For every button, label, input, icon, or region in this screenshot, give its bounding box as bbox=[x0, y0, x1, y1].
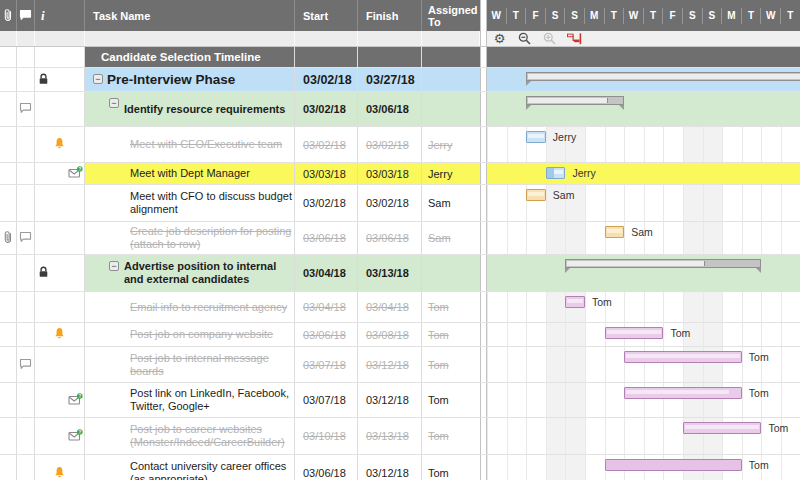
task-row[interactable]: Post job on company website03/06/1803/08… bbox=[0, 323, 800, 347]
finish-date-cell[interactable]: 03/06/18 bbox=[358, 222, 422, 254]
attachment-cell[interactable] bbox=[0, 163, 17, 184]
task-gantt-bar[interactable] bbox=[683, 422, 761, 434]
section-row[interactable]: Candidate Selection Timeline bbox=[0, 47, 800, 68]
assigned-to-cell[interactable]: Tom bbox=[422, 455, 480, 480]
finish-date-cell[interactable]: 03/12/18 bbox=[358, 455, 422, 480]
comment-cell[interactable] bbox=[17, 185, 35, 221]
attachment-cell[interactable] bbox=[0, 185, 17, 221]
task-name-cell[interactable]: Post job on company website bbox=[85, 323, 295, 346]
assigned-to-cell[interactable]: Jerry bbox=[422, 127, 480, 162]
start-column-header[interactable]: Start bbox=[295, 0, 358, 31]
finish-date-cell[interactable]: 03/02/18 bbox=[358, 127, 422, 162]
task-name-cell[interactable]: −Identify resource requirements bbox=[85, 92, 295, 126]
start-date-cell[interactable]: 03/10/18 bbox=[295, 418, 358, 454]
attachment-cell[interactable] bbox=[0, 323, 17, 346]
task-name-cell[interactable]: Meet with Dept Manager bbox=[85, 163, 295, 184]
attachment-cell[interactable] bbox=[0, 347, 17, 382]
task-name-cell[interactable]: Post job to career websites (Monster/Ind… bbox=[85, 418, 295, 454]
bell-icon[interactable] bbox=[53, 137, 66, 152]
task-row[interactable]: Email info to recruitment agency03/04/18… bbox=[0, 292, 800, 323]
comment-cell[interactable] bbox=[17, 92, 35, 126]
task-gantt-bar[interactable] bbox=[605, 459, 742, 471]
start-date-cell[interactable]: 03/07/18 bbox=[295, 383, 358, 417]
assigned-to-cell[interactable]: Tom bbox=[422, 418, 480, 454]
gear-icon[interactable]: ⚙ bbox=[492, 32, 507, 46]
critical-path-icon[interactable] bbox=[567, 32, 582, 46]
comment-cell[interactable] bbox=[17, 383, 35, 417]
task-row[interactable]: Meet with CEO/Executive team03/02/1803/0… bbox=[0, 127, 800, 163]
assigned-to-cell[interactable]: Tom bbox=[422, 292, 480, 322]
paperclip-icon[interactable] bbox=[2, 230, 14, 246]
email-icon[interactable]: ? bbox=[68, 166, 83, 181]
start-date-cell[interactable]: 03/02/18 bbox=[295, 185, 358, 221]
task-row[interactable]: Meet with CFO to discuss budget alignmen… bbox=[0, 185, 800, 222]
info-column-header[interactable]: i bbox=[35, 0, 85, 31]
start-date-cell[interactable]: 03/02/18 bbox=[295, 127, 358, 162]
attachment-cell[interactable] bbox=[0, 383, 17, 417]
task-row[interactable]: Post job to internal message boards03/07… bbox=[0, 347, 800, 383]
start-date-cell[interactable]: 03/06/18 bbox=[295, 323, 358, 346]
attachment-cell[interactable] bbox=[0, 47, 17, 67]
start-date-cell[interactable]: 03/04/18 bbox=[295, 292, 358, 322]
attachment-cell[interactable] bbox=[0, 455, 17, 480]
summary-gantt-bar[interactable] bbox=[526, 72, 800, 81]
task-name-cell[interactable]: Email info to recruitment agency bbox=[85, 292, 295, 322]
comment-cell[interactable] bbox=[17, 347, 35, 382]
task-gantt-bar[interactable] bbox=[605, 327, 664, 339]
lock-icon[interactable] bbox=[38, 266, 49, 280]
comment-cell[interactable] bbox=[17, 292, 35, 322]
task-name-cell[interactable]: Create job description for posting (atta… bbox=[85, 222, 295, 254]
start-date-cell[interactable] bbox=[295, 47, 358, 67]
comment-icon[interactable] bbox=[19, 231, 32, 245]
comment-cell[interactable] bbox=[17, 418, 35, 454]
task-gantt-bar[interactable] bbox=[624, 351, 742, 363]
start-date-cell[interactable]: 03/02/18 bbox=[295, 92, 358, 126]
email-icon[interactable]: ? bbox=[68, 393, 83, 408]
task-gantt-bar[interactable] bbox=[526, 189, 546, 201]
task-row[interactable]: ?Post job to career websites (Monster/In… bbox=[0, 418, 800, 455]
finish-date-cell[interactable]: 03/13/18 bbox=[358, 418, 422, 454]
assigned-to-cell[interactable]: Jerry bbox=[422, 163, 480, 184]
task-row[interactable]: ?Post link on LinkedIn, Facebook, Twitte… bbox=[0, 383, 800, 418]
finish-column-header[interactable]: Finish bbox=[358, 0, 422, 31]
summary-gantt-bar[interactable] bbox=[565, 259, 761, 268]
summary-gantt-bar[interactable] bbox=[526, 96, 624, 105]
task-gantt-bar[interactable] bbox=[565, 296, 585, 308]
comment-icon[interactable] bbox=[19, 102, 32, 116]
task-name-cell[interactable]: −Pre-Interview Phase bbox=[85, 68, 295, 91]
start-date-cell[interactable]: 03/03/18 bbox=[295, 163, 358, 184]
assigned-to-cell[interactable]: Sam bbox=[422, 222, 480, 254]
task-name-cell[interactable]: Post job to internal message boards bbox=[85, 347, 295, 382]
assigned-to-cell[interactable]: Tom bbox=[422, 383, 480, 417]
start-date-cell[interactable]: 03/06/18 bbox=[295, 222, 358, 254]
assigned-to-column-header[interactable]: Assigned To bbox=[422, 0, 480, 31]
comment-cell[interactable] bbox=[17, 323, 35, 346]
finish-date-cell[interactable]: 03/12/18 bbox=[358, 383, 422, 417]
task-row[interactable]: −Pre-Interview Phase03/02/1803/27/18 bbox=[0, 68, 800, 92]
start-date-cell[interactable]: 03/04/18 bbox=[295, 255, 358, 291]
collapse-icon[interactable]: − bbox=[109, 261, 119, 271]
task-gantt-bar[interactable] bbox=[526, 131, 546, 143]
attachment-cell[interactable] bbox=[0, 68, 17, 91]
task-name-cell[interactable]: −Advertise position to internal and exte… bbox=[85, 255, 295, 291]
attachment-cell[interactable] bbox=[0, 92, 17, 126]
start-date-cell[interactable]: 03/06/18 bbox=[295, 455, 358, 480]
task-name-cell[interactable]: Meet with CEO/Executive team bbox=[85, 127, 295, 162]
attachments-column-header[interactable] bbox=[0, 0, 17, 31]
attachment-cell[interactable] bbox=[0, 292, 17, 322]
assigned-to-cell[interactable]: Tom bbox=[422, 323, 480, 346]
finish-date-cell[interactable]: 03/08/18 bbox=[358, 323, 422, 346]
start-date-cell[interactable]: 03/02/18 bbox=[295, 68, 358, 91]
assigned-to-cell[interactable] bbox=[422, 68, 480, 91]
task-name-column-header[interactable]: Task Name bbox=[85, 0, 295, 31]
comment-cell[interactable] bbox=[17, 47, 35, 67]
comments-column-header[interactable] bbox=[17, 0, 35, 31]
comment-cell[interactable] bbox=[17, 68, 35, 91]
assigned-to-cell[interactable] bbox=[422, 92, 480, 126]
attachment-cell[interactable] bbox=[0, 418, 17, 454]
comment-icon[interactable] bbox=[19, 358, 32, 372]
assigned-to-cell[interactable] bbox=[422, 255, 480, 291]
finish-date-cell[interactable]: 03/03/18 bbox=[358, 163, 422, 184]
task-name-cell[interactable]: Meet with CFO to discuss budget alignmen… bbox=[85, 185, 295, 221]
attachment-cell[interactable] bbox=[0, 222, 17, 254]
